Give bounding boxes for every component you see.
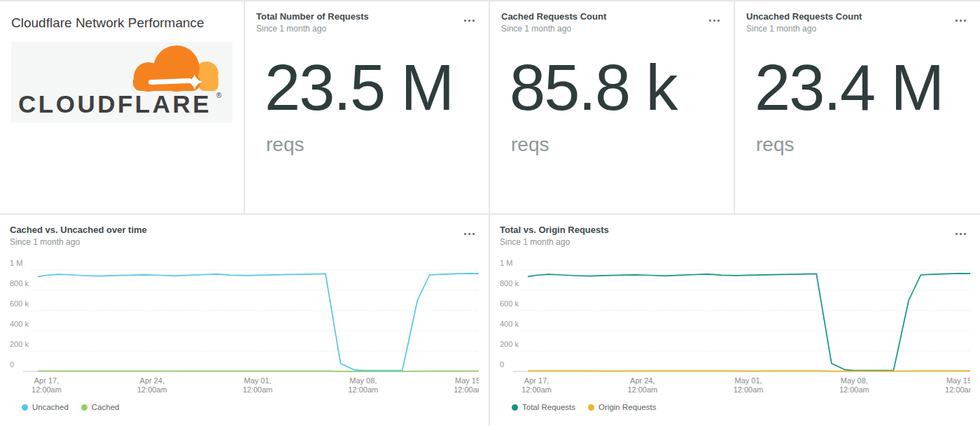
billboard-value: 23.4 M <box>755 55 969 120</box>
y-tick-label: 0 <box>10 360 14 369</box>
y-tick-label: 200 k <box>500 340 519 348</box>
y-tick-label: 800 k <box>500 279 519 287</box>
x-tick-label: Apr 24,12:00am <box>627 376 657 394</box>
billboard-total-requests: Total Number of Requests Since 1 month a… <box>245 1 489 213</box>
legend-item-total-requests[interactable]: Total Requests <box>512 403 575 411</box>
y-tick-label: 0 <box>500 360 504 369</box>
chart-total-vs-origin: Total vs. Origin Requests Since 1 month … <box>490 215 980 426</box>
registered-mark: ® <box>216 92 222 99</box>
series-uncached-line <box>38 274 479 371</box>
billboard-uncached-requests: Uncached Requests Count Since 1 month ag… <box>735 1 980 213</box>
widget-subtitle: Since 1 month ago <box>501 24 722 34</box>
x-tick-label: Apr 24,12:00am <box>137 376 167 394</box>
widget-subtitle: Since 1 month ago <box>500 237 970 248</box>
x-tick-label: May 08,12:00am <box>839 376 869 394</box>
legend-item-cached[interactable]: Cached <box>81 403 120 411</box>
cloudflare-logo-icon: CLOUDFLARE ® <box>11 42 232 122</box>
widget-subtitle: Since 1 month ago <box>746 24 969 34</box>
cloudflare-wordmark: CLOUDFLARE <box>18 90 211 118</box>
legend-dot-icon <box>588 404 594 411</box>
page-title: Cloudflare Network Performance <box>11 15 232 31</box>
ellipsis-menu-icon[interactable] <box>707 17 722 24</box>
billboard-unit: reqs <box>756 134 969 156</box>
ellipsis-menu-icon[interactable] <box>953 17 968 24</box>
billboard-value: 23.5 M <box>265 55 477 120</box>
widget-title: Cached vs. Uncached over time <box>10 225 479 235</box>
legend-label: Cached <box>92 403 120 411</box>
widget-title: Total Number of Requests <box>256 11 477 22</box>
line-chart-plot[interactable]: 1 M800 k600 k400 k200 k0Apr 17,12:00amAp… <box>10 255 479 402</box>
widget-title: Total vs. Origin Requests <box>500 225 970 235</box>
legend-label: Uncached <box>32 403 69 411</box>
widget-title: Cached Requests Count <box>501 11 722 22</box>
x-tick-label: May 01,12:00am <box>243 376 273 394</box>
dashboard-header-panel: Cloudflare Network Performance CLOUDFLAR… <box>0 1 244 213</box>
y-tick-label: 1 M <box>500 259 512 267</box>
chart-cached-vs-uncached: Cached vs. Uncached over time Since 1 mo… <box>0 215 489 426</box>
legend-dot-icon <box>512 404 518 411</box>
widget-title: Uncached Requests Count <box>746 11 969 22</box>
billboard-value: 85.8 k <box>510 55 722 120</box>
widget-subtitle: Since 1 month ago <box>256 24 477 34</box>
y-tick-label: 400 k <box>10 320 29 328</box>
widget-subtitle: Since 1 month ago <box>10 237 479 248</box>
billboard-cached-requests: Cached Requests Count Since 1 month ago … <box>490 1 734 213</box>
x-tick-label: May 01,12:00am <box>734 376 764 394</box>
billboard-unit: reqs <box>266 134 477 156</box>
ellipsis-menu-icon[interactable] <box>462 231 477 237</box>
legend-item-origin-requests[interactable]: Origin Requests <box>588 403 656 411</box>
legend-dot-icon <box>22 404 28 411</box>
x-tick-label: Apr 17,12:00am <box>31 376 62 394</box>
y-tick-label: 1 M <box>10 259 22 267</box>
legend-item-uncached[interactable]: Uncached <box>22 403 69 411</box>
x-tick-label: May 15,12:00am <box>945 376 970 394</box>
series-total-requests-line <box>528 274 970 371</box>
dashboard: Cloudflare Network Performance CLOUDFLAR… <box>0 0 980 426</box>
y-tick-label: 600 k <box>500 299 519 308</box>
cloudflare-logo: CLOUDFLARE ® <box>11 42 232 122</box>
line-chart-plot[interactable]: 1 M800 k600 k400 k200 k0Apr 17,12:00amAp… <box>500 255 970 402</box>
legend-label: Total Requests <box>522 403 575 411</box>
chart-legend: Total Requests Origin Requests <box>512 403 970 411</box>
cloud-icon <box>133 45 218 92</box>
chart-legend: Uncached Cached <box>22 403 479 411</box>
line-chart-svg: 1 M800 k600 k400 k200 k0Apr 17,12:00amAp… <box>10 255 479 402</box>
series-origin-requests-line <box>528 371 970 371</box>
legend-label: Origin Requests <box>598 403 656 411</box>
y-tick-label: 800 k <box>10 279 29 287</box>
x-tick-label: Apr 17,12:00am <box>522 376 552 394</box>
line-chart-svg: 1 M800 k600 k400 k200 k0Apr 17,12:00amAp… <box>500 255 970 402</box>
y-tick-label: 200 k <box>10 340 29 348</box>
y-tick-label: 400 k <box>500 320 519 328</box>
ellipsis-menu-icon[interactable] <box>953 231 968 237</box>
billboard-unit: reqs <box>511 134 722 156</box>
ellipsis-menu-icon[interactable] <box>462 17 477 24</box>
y-tick-label: 600 k <box>10 299 29 308</box>
legend-dot-icon <box>81 404 88 411</box>
x-tick-label: May 15,12:00am <box>454 376 479 394</box>
x-tick-label: May 08,12:00am <box>348 376 378 394</box>
